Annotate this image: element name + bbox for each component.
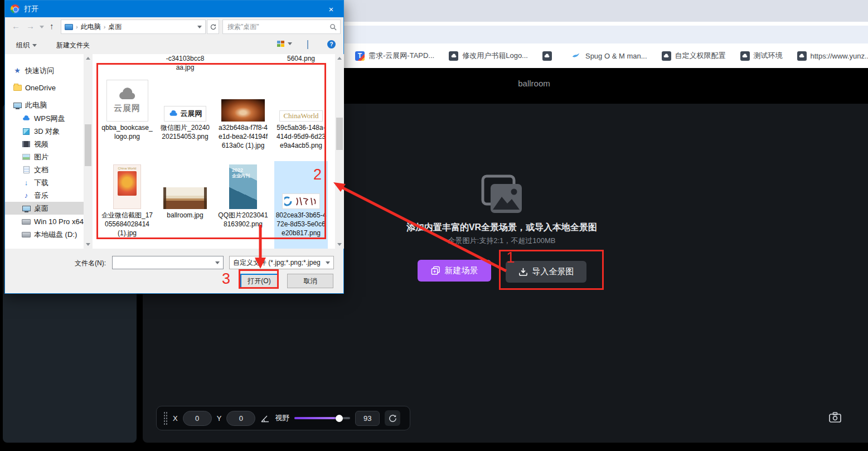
sidebar-item-desktop[interactable]: 桌面	[5, 202, 84, 215]
chevron-down-icon[interactable]	[215, 261, 220, 264]
dialog-toolbar: ← → ↑ › 此电脑 › 桌面	[5, 17, 343, 36]
bookmark-item[interactable]: T 需求-云展网-TAPD...	[355, 51, 434, 61]
y-label: Y	[217, 414, 222, 423]
breadcrumb-root[interactable]: 此电脑	[81, 22, 101, 32]
scroll-up-icon[interactable]	[86, 57, 90, 60]
scrollbar-thumb[interactable]	[85, 124, 91, 166]
preview-pane-icon	[307, 40, 308, 49]
sidebar-item-downloads[interactable]: ↓下载	[5, 176, 84, 189]
chevron-down-icon	[32, 44, 37, 47]
y-input[interactable]	[226, 411, 255, 426]
chrome-icon	[11, 4, 20, 13]
drag-handle-icon[interactable]	[163, 411, 168, 425]
sidebar-item-local-disk-d[interactable]: 本地磁盘 (D:)	[5, 228, 84, 241]
clipped-filename[interactable]: -c34103bcc8	[166, 55, 205, 62]
preview-pane-button[interactable]	[307, 41, 308, 49]
address-bar[interactable]: › 此电脑 › 桌面	[61, 20, 206, 34]
pictures-icon	[22, 153, 31, 162]
tapd-icon: T	[355, 51, 365, 61]
screenshot-button[interactable]	[826, 409, 845, 425]
desktop-mini-icon	[65, 24, 73, 30]
annotation-step-2: 2	[313, 167, 322, 182]
sidebar-item-pictures[interactable]: 图片	[5, 151, 84, 163]
rotate-icon	[388, 414, 397, 423]
annotation-box-open	[239, 269, 279, 289]
chevron-separator-icon: ›	[104, 23, 106, 30]
chevron-down-icon[interactable]	[40, 26, 44, 28]
search-box	[222, 20, 341, 34]
downloads-icon: ↓	[22, 178, 31, 187]
sidebar-item-videos[interactable]: 视频	[5, 138, 84, 151]
sidebar-item-music[interactable]: ♪音乐	[5, 189, 84, 202]
scroll-down-icon[interactable]	[337, 243, 342, 246]
cancel-button[interactable]: 取消	[287, 274, 333, 288]
chevron-down-icon	[288, 42, 292, 45]
annotation-step-3: 3	[222, 271, 230, 287]
filetype-dropdown[interactable]: 自定义文件 (*.jpg;*.png;*.jpeg	[229, 256, 334, 269]
new-folder-button[interactable]: 新建文件夹	[56, 41, 90, 50]
stacked-squares-plus-icon	[431, 266, 440, 275]
angle-icon	[260, 414, 270, 423]
empty-state-title: 添加内置丰富的VR全景场景，或导入本地全景图	[406, 222, 597, 234]
annotation-box-files	[96, 63, 326, 239]
bookmark-item[interactable]: Spug O & M man...	[570, 51, 647, 61]
desktop-icon	[22, 204, 31, 213]
scene-title: ballroom	[518, 79, 550, 88]
empty-state-subtitle: 全景图片:支持2:1，不超过100MB	[448, 236, 556, 246]
scroll-down-icon[interactable]	[86, 243, 90, 246]
clipped-filename[interactable]: 5604.png	[287, 55, 315, 62]
wps-cloud-icon	[22, 114, 31, 123]
back-icon[interactable]: ←	[12, 21, 20, 31]
chevron-down-icon[interactable]	[326, 261, 330, 264]
image-placeholder-icon	[479, 174, 524, 217]
annotation-step-1: 1	[506, 250, 515, 265]
organize-menu[interactable]: 组织	[16, 41, 37, 50]
bookmark-item[interactable]: 测试环境	[740, 51, 783, 61]
bookmark-item[interactable]: https://www.yunz...	[797, 51, 868, 61]
yunzhan-cloud-icon	[662, 51, 671, 61]
dialog-titlebar[interactable]: 打开 ×	[5, 1, 343, 17]
filename-combobox[interactable]	[112, 256, 224, 269]
yunzhan-cloud-icon	[797, 51, 807, 61]
camera-icon	[828, 411, 842, 423]
sidebar-item-wps-cloud[interactable]: WPS网盘	[5, 112, 84, 125]
search-icon[interactable]	[329, 23, 337, 31]
search-input[interactable]	[226, 22, 329, 31]
close-button[interactable]: ×	[319, 1, 343, 17]
new-scene-button[interactable]: 新建场景	[418, 260, 491, 282]
help-button[interactable]: ?	[327, 40, 336, 49]
nav-scrollbar[interactable]	[84, 54, 93, 249]
sidebar-item-documents[interactable]: 文档	[5, 163, 84, 176]
sidebar-item-3d-objects[interactable]: 3D 对象	[5, 125, 84, 138]
screen: T 需求-云展网-TAPD... 修改用户书籍Logo... Spug O & …	[0, 0, 868, 451]
up-icon[interactable]: ↑	[50, 21, 54, 31]
reset-rotation-button[interactable]	[385, 410, 400, 426]
music-icon: ♪	[22, 191, 31, 200]
x-label: X	[173, 414, 178, 423]
sidebar-item-system-drive[interactable]: Win 10 Pro x64	[5, 215, 84, 228]
fov-slider[interactable]	[294, 414, 350, 422]
fov-slider-thumb[interactable]	[336, 415, 343, 422]
bookmark-item[interactable]: 自定义权限配置	[662, 51, 726, 61]
bookmark-item[interactable]: 修改用户书籍Logo...	[449, 51, 528, 61]
x-input[interactable]	[183, 411, 212, 426]
refresh-button[interactable]	[207, 20, 219, 34]
filename-label: 文件名(N):	[75, 259, 106, 268]
forward-icon[interactable]: →	[26, 21, 35, 31]
scroll-up-icon[interactable]	[337, 57, 342, 60]
system-drive-icon	[22, 217, 31, 226]
documents-icon	[22, 166, 31, 174]
sidebar-item-onedrive[interactable]: OneDrive	[5, 81, 84, 94]
fov-label: 视野	[275, 413, 289, 423]
sidebar-item-this-pc[interactable]: 此电脑	[5, 99, 84, 111]
this-pc-icon	[13, 101, 22, 110]
sidebar-item-quick-access[interactable]: ★快速访问	[5, 64, 84, 77]
view-mode-button[interactable]	[277, 41, 292, 47]
breadcrumb-current[interactable]: 桌面	[108, 22, 122, 32]
bookmark-item[interactable]	[542, 51, 556, 61]
fov-input[interactable]	[355, 411, 380, 426]
chevron-down-icon[interactable]	[197, 26, 202, 28]
file-list-scrollbar[interactable]	[335, 54, 344, 249]
videos-icon	[22, 140, 31, 149]
scrollbar-thumb[interactable]	[336, 118, 343, 150]
